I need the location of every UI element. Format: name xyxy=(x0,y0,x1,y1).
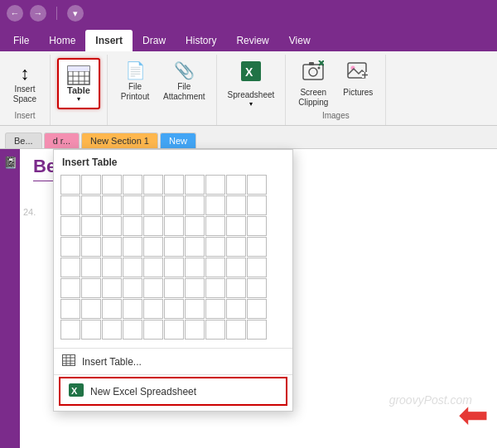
grid-cell[interactable] xyxy=(81,278,101,298)
grid-cell[interactable] xyxy=(60,278,80,298)
file-attachment-button[interactable]: 📎 FileAttachment xyxy=(159,58,210,106)
grid-cell[interactable] xyxy=(102,320,122,340)
tab-review[interactable]: Review xyxy=(226,30,278,51)
insert-table-menu-item[interactable]: Insert Table... xyxy=(54,350,292,373)
grid-cell[interactable] xyxy=(164,237,184,257)
grid-cell[interactable] xyxy=(205,175,225,195)
grid-cell[interactable] xyxy=(185,195,205,215)
grid-cell[interactable] xyxy=(81,299,101,319)
grid-cell[interactable] xyxy=(60,216,80,236)
grid-cell[interactable] xyxy=(60,320,80,340)
grid-cell[interactable] xyxy=(226,299,246,319)
tab-draw[interactable]: Draw xyxy=(133,30,176,51)
grid-cell[interactable] xyxy=(60,237,80,257)
grid-cell[interactable] xyxy=(226,258,246,277)
grid-cell[interactable] xyxy=(247,278,267,298)
grid-cell[interactable] xyxy=(102,175,122,195)
grid-cell[interactable] xyxy=(205,216,225,236)
grid-cell[interactable] xyxy=(143,299,163,319)
grid-cell[interactable] xyxy=(247,299,267,319)
spreadsheet-button[interactable]: X Spreadsheet ▾ xyxy=(224,58,279,109)
grid-cell[interactable] xyxy=(123,320,142,340)
grid-cell[interactable] xyxy=(143,258,163,277)
grid-cell[interactable] xyxy=(164,175,184,195)
grid-cell[interactable] xyxy=(226,175,246,195)
grid-cell[interactable] xyxy=(247,195,267,215)
grid-cell[interactable] xyxy=(123,195,142,215)
grid-cell[interactable] xyxy=(226,278,246,298)
grid-cell[interactable] xyxy=(143,278,163,298)
grid-cell[interactable] xyxy=(205,237,225,257)
insert-space-button[interactable]: ↕ InsertSpace xyxy=(7,58,43,109)
grid-cell[interactable] xyxy=(143,195,163,215)
section-tab-be[interactable]: Be... xyxy=(5,132,42,148)
grid-cell[interactable] xyxy=(60,195,80,215)
grid-cell[interactable] xyxy=(247,216,267,236)
grid-cell[interactable] xyxy=(205,320,225,340)
grid-cell[interactable] xyxy=(81,237,101,257)
tab-insert[interactable]: Insert xyxy=(85,30,133,51)
grid-cell[interactable] xyxy=(102,258,122,277)
grid-cell[interactable] xyxy=(185,278,205,298)
grid-cell[interactable] xyxy=(185,237,205,257)
grid-cell[interactable] xyxy=(123,175,142,195)
grid-cell[interactable] xyxy=(60,299,80,319)
grid-cell[interactable] xyxy=(247,237,267,257)
forward-button[interactable]: → xyxy=(30,5,46,22)
grid-cell[interactable] xyxy=(143,320,163,340)
section-tab-dr[interactable]: d r... xyxy=(44,132,80,148)
grid-cell[interactable] xyxy=(185,299,205,319)
grid-cell[interactable] xyxy=(185,258,205,277)
grid-cell[interactable] xyxy=(205,195,225,215)
tab-history[interactable]: History xyxy=(176,30,226,51)
grid-cell[interactable] xyxy=(102,278,122,298)
grid-cell[interactable] xyxy=(81,258,101,277)
grid-cell[interactable] xyxy=(185,216,205,236)
grid-cell[interactable] xyxy=(205,278,225,298)
tab-home[interactable]: Home xyxy=(39,30,85,51)
grid-cell[interactable] xyxy=(226,216,246,236)
grid-cell[interactable] xyxy=(226,237,246,257)
pictures-button[interactable]: Pictures xyxy=(337,58,379,106)
grid-cell[interactable] xyxy=(102,216,122,236)
grid-cell[interactable] xyxy=(226,195,246,215)
grid-cell[interactable] xyxy=(205,258,225,277)
tab-file[interactable]: File xyxy=(3,30,39,51)
grid-cell[interactable] xyxy=(164,216,184,236)
table-button[interactable]: Table ▾ xyxy=(57,58,100,109)
grid-cell[interactable] xyxy=(247,258,267,277)
grid-cell[interactable] xyxy=(123,237,142,257)
grid-cell[interactable] xyxy=(247,320,267,340)
grid-cell[interactable] xyxy=(123,278,142,298)
new-excel-spreadsheet-item[interactable]: X New Excel Spreadsheet xyxy=(59,377,287,406)
grid-cell[interactable] xyxy=(102,195,122,215)
grid-cell[interactable] xyxy=(185,320,205,340)
customize-button[interactable]: ▾ xyxy=(67,5,84,22)
grid-cell[interactable] xyxy=(226,320,246,340)
grid-cell[interactable] xyxy=(81,195,101,215)
grid-cell[interactable] xyxy=(102,299,122,319)
grid-cell[interactable] xyxy=(143,237,163,257)
grid-cell[interactable] xyxy=(60,258,80,277)
grid-cell[interactable] xyxy=(81,320,101,340)
grid-cell[interactable] xyxy=(185,175,205,195)
grid-cell[interactable] xyxy=(247,175,267,195)
grid-cell[interactable] xyxy=(102,237,122,257)
section-tab-new-section-1[interactable]: New Section 1 xyxy=(81,132,158,148)
table-grid[interactable] xyxy=(54,173,292,346)
grid-cell[interactable] xyxy=(164,258,184,277)
file-printout-button[interactable]: 📄 FilePrintout xyxy=(114,58,156,106)
back-button[interactable]: ← xyxy=(7,5,23,22)
grid-cell[interactable] xyxy=(81,216,101,236)
screen-clipping-button[interactable]: ScreenClipping xyxy=(292,58,334,106)
grid-cell[interactable] xyxy=(164,278,184,298)
grid-cell[interactable] xyxy=(143,216,163,236)
grid-cell[interactable] xyxy=(81,175,101,195)
tab-view[interactable]: View xyxy=(279,30,321,51)
section-tab-new[interactable]: New xyxy=(160,132,196,148)
grid-cell[interactable] xyxy=(60,175,80,195)
grid-cell[interactable] xyxy=(143,175,163,195)
grid-cell[interactable] xyxy=(123,258,142,277)
grid-cell[interactable] xyxy=(164,195,184,215)
grid-cell[interactable] xyxy=(123,216,142,236)
